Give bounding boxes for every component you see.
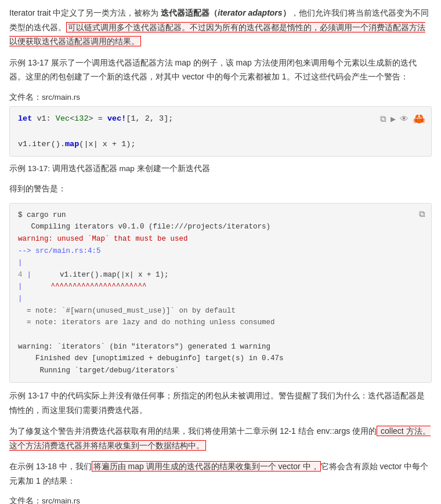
code-line-3: v1.iter().map(|x| x + 1);	[18, 138, 423, 151]
example1-desc-text: 示例 13-17 展示了一个调用迭代器适配器方法 map 的例子，该 map 方…	[9, 58, 417, 82]
highlight-lazy-warning: 可以链式调用多个迭代器适配器。不过因为所有的迭代器都是惰性的，必须调用一个消费适…	[9, 22, 425, 47]
terminal-line-9: = note: `#[warn(unused_must_use)]` on by…	[18, 305, 423, 317]
intro-paragraph: Iterator trait 中定义了另一类方法，被称为 迭代器适配器（iter…	[9, 6, 432, 49]
copy-icon-1[interactable]: ⧉	[380, 113, 386, 127]
code-icons-1: ⧉ ▶ 👁 🦀	[380, 111, 425, 128]
terminal-line-1: $ cargo run	[18, 209, 423, 222]
terminal-line-10: = note: iterators are lazy and do nothin…	[18, 317, 423, 329]
code-box-1: ⧉ ▶ 👁 🦀 let v1: Vec<i32> = vec![1, 2, 3]…	[9, 106, 432, 157]
term-iterator-adaptors: 迭代器适配器（iterator adaptors）	[161, 8, 290, 17]
terminal-box-1: ⧉ $ cargo run Compiling iterators v0.1.0…	[9, 203, 432, 383]
terminal-line-5: |	[18, 257, 423, 269]
filename1: 文件名：src/main.rs	[9, 91, 432, 104]
code-line-1: let v1: Vec<i32> = vec![1, 2, 3];	[18, 113, 423, 125]
page-content: Iterator trait 中定义了另一类方法，被称为 迭代器适配器（iter…	[9, 6, 432, 504]
highlight-collect: collect 方法。这个方法消费迭代器并将结果收集到一个数据结构中。	[9, 426, 431, 451]
example2-intro: 在示例 13-18 中，我们将遍历由 map 调用生成的迭代器的结果收集到一个 …	[9, 459, 432, 488]
terminal-line-7: | ^^^^^^^^^^^^^^^^^^^^^^	[18, 281, 423, 293]
terminal-line-8: |	[18, 293, 423, 305]
terminal-line-2: Compiling iterators v0.1.0 (file:///proj…	[18, 221, 423, 233]
copy-terminal-icon[interactable]: ⧉	[419, 208, 425, 223]
terminal-line-11	[18, 329, 423, 341]
example1-description: 示例 13-17 展示了一个调用迭代器适配器方法 map 的例子，该 map 方…	[9, 56, 432, 84]
eye-icon-1[interactable]: 👁	[400, 113, 409, 127]
fix-description: 为了修复这个警告并消费迭代器获取有用的结果，我们将使用第十二章示例 12-1 结…	[9, 424, 432, 452]
terminal-line-12: warning: `iterators` (bin "iterators") g…	[18, 341, 423, 353]
filename2: 文件名：src/main.rs	[9, 495, 432, 504]
warning-intro: 得到的警告是：	[9, 182, 432, 196]
crab-icon-1: 🦀	[413, 111, 425, 128]
terminal-line-13: Finished dev [unoptimized + debuginfo] t…	[18, 353, 423, 365]
terminal-line-6: 4| v1.iter().map(|x| x + 1);	[18, 269, 423, 281]
highlight-map-collect: 将遍历由 map 调用生成的迭代器的结果收集到一个 vector 中，	[92, 461, 321, 472]
code-line-2	[18, 125, 423, 138]
terminal-line-3: warning: unused `Map` that must be used	[18, 233, 423, 245]
terminal-line-4: --> src/main.rs:4:5	[18, 245, 423, 258]
terminal-line-14: Running `target/debug/iterators`	[18, 365, 423, 377]
run-icon-1[interactable]: ▶	[391, 113, 396, 127]
caption1: 示例 13-17: 调用迭代器适配器 map 来创建一个新迭代器	[9, 162, 432, 176]
analysis-paragraph: 示例 13-17 中的代码实际上并没有做任何事；所指定的闭包从未被调用过。警告提…	[9, 389, 432, 417]
